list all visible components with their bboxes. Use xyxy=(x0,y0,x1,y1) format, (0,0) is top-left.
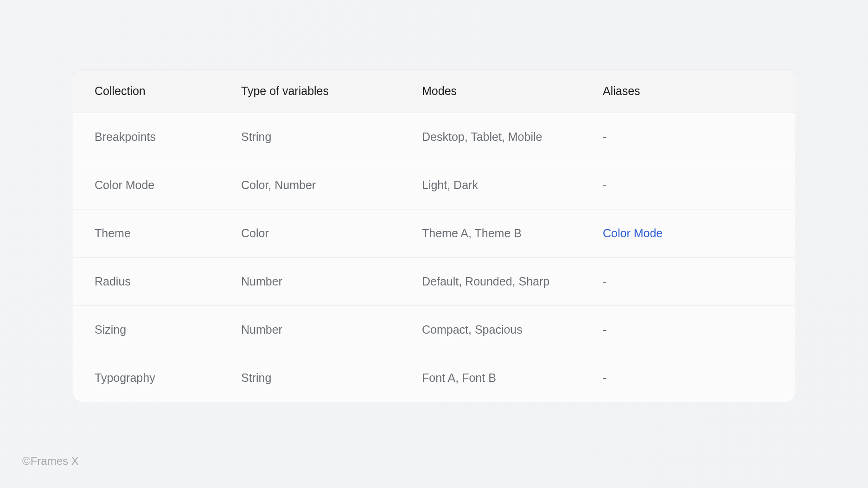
cell-collection: Typography xyxy=(73,354,241,402)
cell-modes: Light, Dark xyxy=(422,161,603,209)
cell-collection: Breakpoints xyxy=(73,113,241,161)
table-row: BreakpointsStringDesktop, Tablet, Mobile… xyxy=(73,113,795,161)
table-row: SizingNumberCompact, Spacious- xyxy=(73,306,795,354)
cell-type: Number xyxy=(241,306,422,354)
table-row: TypographyStringFont A, Font B- xyxy=(73,354,795,402)
cell-modes: Font A, Font B xyxy=(422,354,603,402)
cell-modes: Desktop, Tablet, Mobile xyxy=(422,113,603,161)
cell-aliases: - xyxy=(603,161,795,209)
cell-modes: Theme A, Theme B xyxy=(422,209,603,257)
header-modes: Modes xyxy=(422,70,603,113)
table-row: Color ModeColor, NumberLight, Dark- xyxy=(73,161,795,209)
table-body: BreakpointsStringDesktop, Tablet, Mobile… xyxy=(73,113,795,402)
cell-aliases: - xyxy=(603,258,795,305)
variables-table: Collection Type of variables Modes Alias… xyxy=(73,69,795,402)
cell-type: String xyxy=(241,354,422,402)
header-aliases: Aliases xyxy=(603,70,795,113)
cell-collection: Sizing xyxy=(73,306,241,354)
header-collection: Collection xyxy=(73,70,241,113)
cell-modes: Default, Rounded, Sharp xyxy=(422,258,603,305)
cell-type: String xyxy=(241,113,422,161)
cell-type: Color xyxy=(241,209,422,257)
footer-credit: ©Frames X xyxy=(22,455,79,468)
cell-aliases: - xyxy=(603,354,795,402)
cell-aliases-link[interactable]: Color Mode xyxy=(603,209,795,257)
cell-collection: Color Mode xyxy=(73,161,241,209)
cell-aliases: - xyxy=(603,306,795,354)
cell-type: Number xyxy=(241,258,422,305)
table-header-row: Collection Type of variables Modes Alias… xyxy=(73,70,795,113)
table-row: ThemeColorTheme A, Theme BColor Mode xyxy=(73,209,795,258)
cell-type: Color, Number xyxy=(241,161,422,209)
cell-modes: Compact, Spacious xyxy=(422,306,603,354)
cell-collection: Radius xyxy=(73,258,241,305)
cell-collection: Theme xyxy=(73,209,241,257)
cell-aliases: - xyxy=(603,113,795,161)
header-type: Type of variables xyxy=(241,70,422,113)
table-row: RadiusNumberDefault, Rounded, Sharp- xyxy=(73,258,795,306)
